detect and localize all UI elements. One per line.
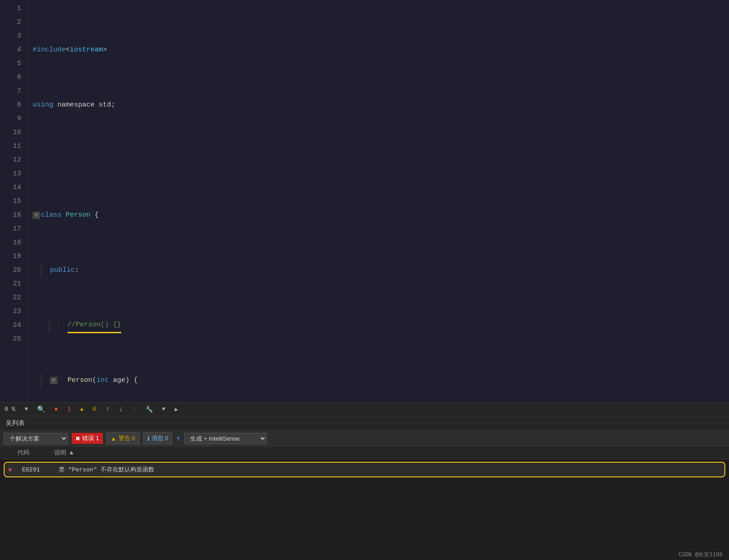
intellisense-icon: ⚡: [176, 434, 180, 443]
error-icon: ✖: [54, 405, 58, 413]
line-num-21: 21: [0, 277, 21, 291]
token: class: [41, 208, 62, 222]
divider: |: [133, 406, 136, 413]
collapse-icon-7[interactable]: ⊟: [50, 377, 57, 384]
line-num-1: 1: [0, 2, 21, 16]
code-line-3: [33, 153, 729, 167]
token: >: [103, 43, 107, 57]
line-num-7: 7: [0, 84, 21, 98]
error-table: 代码 说明 ▲ ✖ E0291 类 "Person" 不存在默认构造函数: [0, 447, 729, 549]
line-num-18: 18: [0, 236, 21, 250]
line-num-22: 22: [0, 291, 21, 305]
code-line-4: ⊟class Person {: [33, 208, 729, 222]
code-line-1: #include<iostream>: [33, 43, 729, 57]
warning-filter-button[interactable]: ▲ 警告 0: [107, 432, 140, 444]
warning-btn-label: 警告 0: [118, 434, 135, 442]
token: #include: [33, 43, 66, 57]
nav-up-button[interactable]: ↑: [105, 405, 110, 414]
token: int: [96, 374, 109, 387]
line-num-4: 4: [0, 43, 21, 57]
line-num-19: 19: [0, 250, 21, 263]
editor-area: 1 2 3 4 5 6 7 8 9 10 11 12 13 14 15 16 1…: [0, 0, 729, 402]
code-line-7: ⊟ Person(int age) {: [33, 374, 729, 387]
error-filter-button[interactable]: ✖ 错误 1: [72, 433, 103, 444]
error-x-icon: ✖: [75, 435, 80, 442]
warning-icon: ▲: [80, 406, 83, 413]
code-line-6: //Person() {}: [33, 319, 729, 332]
line-num-14: 14: [0, 181, 21, 195]
error-row-1[interactable]: ✖ E0291 类 "Person" 不存在默认构造函数: [4, 462, 725, 477]
line-num-2: 2: [0, 16, 21, 29]
line-num-10: 10: [0, 126, 21, 140]
line-num-13: 13: [0, 167, 21, 181]
token: :: [75, 263, 79, 277]
info-filter-button[interactable]: ℹ 消息 0: [143, 432, 173, 444]
token: namespace: [53, 98, 99, 112]
token: ;: [111, 98, 115, 112]
col-code-header: 代码: [17, 448, 54, 457]
token: {: [95, 208, 99, 222]
col-icon-header: [4, 448, 17, 457]
attribution-label: CSDN @长安1108: [679, 551, 723, 559]
line-num-3: 3: [0, 29, 21, 43]
error-table-header: 代码 说明 ▲: [0, 447, 729, 459]
line-num-6: 6: [0, 71, 21, 84]
token: using: [33, 98, 53, 112]
warning-triangle-icon: ▲: [111, 435, 117, 442]
error-count: 1: [67, 406, 71, 413]
info-circle-icon: ℹ: [147, 435, 150, 442]
token: public: [50, 263, 75, 277]
error-row-icon: ✖: [8, 466, 22, 474]
line-num-17: 17: [0, 222, 21, 236]
code-container: 1 2 3 4 5 6 7 8 9 10 11 12 13 14 15 16 1…: [0, 0, 729, 402]
token: age) {: [109, 374, 138, 387]
search-icon: 🔍: [37, 405, 45, 413]
zoom-level: 0 %: [5, 406, 15, 413]
line-num-12: 12: [0, 153, 21, 167]
filter-dropdown-icon[interactable]: ▼: [162, 406, 166, 413]
error-btn-label: 错误 1: [82, 434, 99, 442]
line-num-23: 23: [0, 305, 21, 319]
code-line-5: public:: [33, 263, 729, 277]
line-num-11: 11: [0, 140, 21, 153]
line-num-5: 5: [0, 57, 21, 71]
line-num-25: 25: [0, 332, 21, 346]
editor-status-bar: 0 % ▼ 🔍 ✖ 1 ▲ 0 ↑ ↓ | 🔧 ▼ ▶: [0, 402, 729, 416]
line-numbers: 1 2 3 4 5 6 7 8 9 10 11 12 13 14 15 16 1…: [0, 2, 28, 402]
col-msg-header: 说明 ▲: [54, 448, 725, 457]
zoom-dropdown-icon[interactable]: ▼: [24, 406, 28, 413]
bottom-bar: CSDN @长安1108: [0, 549, 729, 560]
token: <: [66, 43, 70, 57]
build-select[interactable]: 生成 + IntelliSense: [184, 433, 267, 444]
token: //Person() {}: [67, 318, 121, 333]
token: Person: [67, 374, 92, 387]
code-line-2: using namespace std;: [33, 98, 729, 112]
error-panel: 吴列表 个解决方案 ✖ 错误 1 ▲ 警告 0 ℹ 消息 0 ⚡ 生成 + In…: [0, 416, 729, 549]
error-message-label: 类 "Person" 不存在默认构造函数: [59, 465, 721, 474]
code-editor[interactable]: #include<iostream> using namespace std; …: [28, 2, 729, 402]
line-num-20: 20: [0, 263, 21, 277]
line-num-9: 9: [0, 112, 21, 126]
error-panel-toolbar: 个解决方案 ✖ 错误 1 ▲ 警告 0 ℹ 消息 0 ⚡ 生成 + Intell…: [0, 431, 729, 447]
error-panel-title: 吴列表: [0, 416, 729, 431]
solution-select[interactable]: 个解决方案: [4, 433, 68, 444]
line-num-8: 8: [0, 98, 21, 112]
line-num-15: 15: [0, 195, 21, 208]
panel-title-label: 吴列表: [6, 420, 25, 427]
collapse-icon-4[interactable]: ⊟: [33, 212, 40, 219]
token: Person: [62, 208, 95, 222]
token: std: [99, 98, 111, 112]
error-code-label: E0291: [22, 466, 59, 473]
token: (: [92, 374, 96, 387]
info-btn-label: 消息 0: [151, 434, 168, 442]
warning-count: 0: [93, 406, 96, 413]
line-num-16: 16: [0, 208, 21, 222]
token: iostream: [70, 43, 103, 57]
nav-down-button[interactable]: ↓: [119, 405, 123, 414]
filter-icon[interactable]: 🔧: [146, 406, 153, 413]
line-num-24: 24: [0, 319, 21, 332]
nav-right-icon[interactable]: ▶: [174, 406, 178, 413]
